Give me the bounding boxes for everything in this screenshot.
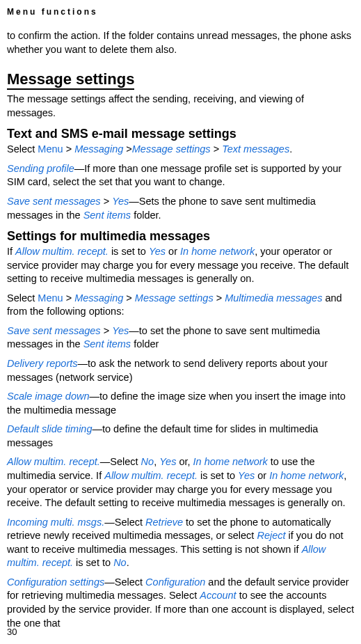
messaging-link: Messaging	[74, 143, 123, 155]
save-sent-para: Save sent messages > Yes—Sets the phone …	[7, 195, 354, 222]
page-number: 30	[7, 627, 17, 637]
account-link: Account	[200, 590, 236, 601]
messaging-link: Messaging	[74, 292, 123, 304]
in-home-link: In home network	[269, 470, 344, 481]
incoming-msgs-para: Incoming multi. msgs.—Select Retrieve to…	[7, 516, 354, 570]
text-messages-link: Text messages	[222, 143, 289, 155]
allow-recept-para: Allow multim. recept.—Select No, Yes or,…	[7, 455, 354, 510]
menu-link: Menu	[38, 143, 63, 155]
mm-save-sent-para: Save sent messages > Yes—to set the phon…	[7, 324, 354, 352]
save-sent-label: Save sent messages	[7, 196, 101, 207]
delivery-reports-para: Delivery reports—to ask the network to s…	[7, 357, 354, 384]
menu-link: Menu	[38, 292, 63, 304]
sending-profile-label: Sending profile	[7, 163, 74, 174]
default-slide-para: Default slide timing—to define the defau…	[7, 423, 354, 450]
sent-items-link: Sent items	[83, 210, 131, 221]
no-link: No	[141, 456, 154, 467]
text-sms-select-line: Select Menu > Messaging >Message setting…	[7, 143, 354, 157]
config-settings-para: Configuration settings—Select Configurat…	[7, 576, 354, 630]
save-sent-label: Save sent messages	[7, 325, 101, 336]
message-settings-intro: The message settings affect the sending,…	[7, 93, 354, 120]
retrieve-link: Retrieve	[145, 517, 183, 528]
scale-image-label: Scale image down	[7, 391, 90, 402]
no-link: No	[113, 557, 127, 568]
in-home-link: In home network	[193, 456, 268, 467]
multimedia-select-line: Select Menu > Messaging > Message settin…	[7, 292, 354, 319]
sent-items-link: Sent items	[83, 338, 131, 350]
yes-link: Yes	[159, 456, 176, 467]
text-sms-heading: Text and SMS e-mail message settings	[7, 127, 354, 141]
delivery-reports-label: Delivery reports	[7, 358, 78, 369]
config-settings-label: Configuration settings	[7, 576, 104, 588]
multimedia-heading: Settings for multimedia messages	[7, 229, 354, 244]
incoming-msgs-label: Incoming multi. msgs.	[7, 517, 104, 528]
top-paragraph: to confirm the action. If the folder con…	[7, 29, 354, 56]
allow-recept-link: Allow multim. recept.	[104, 470, 198, 481]
header-label: Menu functions	[7, 7, 354, 17]
in-home-link: In home network	[180, 246, 255, 257]
default-slide-label: Default slide timing	[7, 423, 93, 434]
message-settings-link: Message settings	[135, 292, 214, 304]
sending-profile-para: Sending profile—If more than one message…	[7, 162, 354, 189]
yes-link: Yes	[149, 246, 166, 257]
allow-recept-label: Allow multim. recept.	[7, 456, 100, 467]
yes-link: Yes	[112, 196, 129, 207]
message-settings-heading: Message settings	[7, 70, 134, 90]
yes-link: Yes	[112, 325, 129, 336]
configuration-link: Configuration	[145, 576, 205, 588]
scale-image-para: Scale image down—to define the image siz…	[7, 390, 354, 417]
reject-link: Reject	[257, 530, 285, 541]
multimedia-messages-link: Multimedia messages	[225, 292, 322, 304]
message-settings-link: Message settings	[132, 143, 211, 155]
multimedia-intro: If Allow multim. recept. is set to Yes o…	[7, 245, 354, 286]
yes-link: Yes	[238, 470, 255, 481]
allow-recept-link: Allow multim. recept.	[15, 246, 109, 257]
